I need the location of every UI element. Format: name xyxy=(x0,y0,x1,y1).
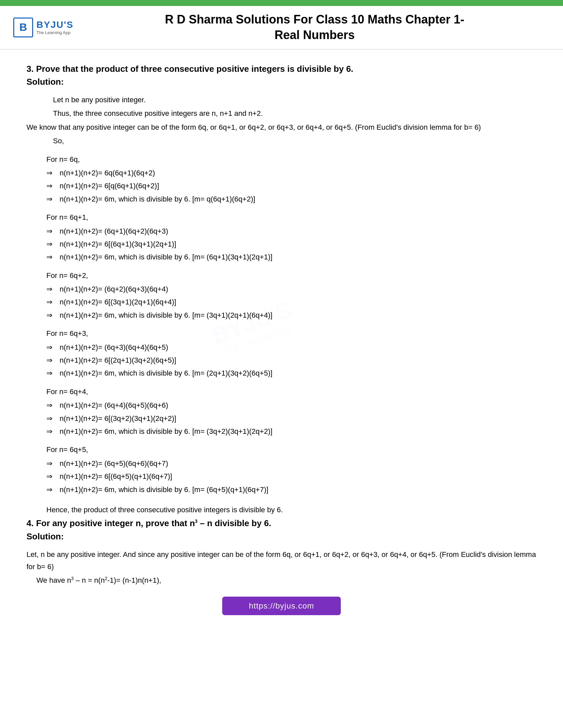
case-6q-title: For n= 6q, xyxy=(26,153,537,165)
arrow-icon: ⇒ xyxy=(46,283,60,295)
header-title: R D Sharma Solutions For Class 10 Maths … xyxy=(86,12,543,43)
arrow-icon: ⇒ xyxy=(46,180,60,192)
question-3-title: 3. Prove that the product of three conse… xyxy=(26,63,537,75)
arrow-icon: ⇒ xyxy=(46,457,60,470)
case-6q-step-2: ⇒ n(n+1)(n+2)= 6[q(6q+1)(6q+2)] xyxy=(26,180,537,192)
question-4-title: 4. For any positive integer n, prove tha… xyxy=(26,517,537,529)
case-6q-step-3: ⇒ n(n+1)(n+2)= 6m, which is divisible by… xyxy=(26,193,537,205)
logo-text-area: BYJU'S The Learning App xyxy=(36,20,73,35)
q3-conclusion: Hence, the product of three consecutive … xyxy=(26,504,537,516)
arrow-icon: ⇒ xyxy=(46,425,60,437)
step-content: n(n+1)(n+2)= 6m, which is divisible by 6… xyxy=(60,309,272,321)
q3-intro-3: We know that any positive integer can be… xyxy=(26,121,537,133)
question-4-solution-label: Solution: xyxy=(26,531,537,542)
case-6q1-step-2: ⇒ n(n+1)(n+2)= 6[(6q+1)(3q+1)(2q+1)] xyxy=(26,238,537,250)
case-6q3-step-3: ⇒ n(n+1)(n+2)= 6m, which is divisible by… xyxy=(26,367,537,379)
step-content: n(n+1)(n+2)= (6q+4)(6q+5)(6q+6) xyxy=(60,399,168,411)
case-6q3-step-2: ⇒ n(n+1)(n+2)= 6[(2q+1)(3q+2)(6q+5)] xyxy=(26,354,537,366)
case-6q4: For n= 6q+4, ⇒ n(n+1)(n+2)= (6q+4)(6q+5)… xyxy=(26,386,537,438)
arrow-icon: ⇒ xyxy=(46,309,60,321)
step-content: n(n+1)(n+2)= 6[(6q+1)(3q+1)(2q+1)] xyxy=(60,238,176,250)
case-6q2-step-1: ⇒ n(n+1)(n+2)= (6q+2)(6q+3)(6q+4) xyxy=(26,283,537,295)
page-header: B BYJU'S The Learning App R D Sharma Sol… xyxy=(0,6,563,50)
step-content: n(n+1)(n+2)= 6[q(6q+1)(6q+2)] xyxy=(60,180,159,192)
case-6q3-title: For n= 6q+3, xyxy=(26,327,537,340)
main-content: 3. Prove that the product of three conse… xyxy=(0,50,563,642)
question-3-solution-label: Solution: xyxy=(26,77,537,87)
step-content: n(n+1)(n+2)= 6m, which is divisible by 6… xyxy=(60,484,268,495)
step-content: n(n+1)(n+2)= (6q+1)(6q+2)(6q+3) xyxy=(60,225,168,237)
case-6q4-step-1: ⇒ n(n+1)(n+2)= (6q+4)(6q+5)(6q+6) xyxy=(26,399,537,411)
case-6q2-step-3: ⇒ n(n+1)(n+2)= 6m, which is divisible by… xyxy=(26,309,537,321)
case-6q5-step-3: ⇒ n(n+1)(n+2)= 6m, which is divisible by… xyxy=(26,483,537,496)
arrow-icon: ⇒ xyxy=(46,399,60,411)
brand-name: BYJU'S xyxy=(36,20,73,30)
case-6q1-title: For n= 6q+1, xyxy=(26,211,537,223)
case-6q1-step-3: ⇒ n(n+1)(n+2)= 6m, which is divisible by… xyxy=(26,251,537,263)
page-title: R D Sharma Solutions For Class 10 Maths … xyxy=(86,12,543,43)
case-6q2-title: For n= 6q+2, xyxy=(26,269,537,282)
arrow-icon: ⇒ xyxy=(46,470,60,482)
q3-intro-2: Thus, the three consecutive positive int… xyxy=(26,107,537,119)
arrow-icon: ⇒ xyxy=(46,367,60,379)
arrow-icon: ⇒ xyxy=(46,225,60,237)
arrow-icon: ⇒ xyxy=(46,483,60,496)
step-content: n(n+1)(n+2)= 6m, which is divisible by 6… xyxy=(60,426,272,437)
q3-intro-1: Let n be any positive integer. xyxy=(26,94,537,106)
step-content: n(n+1)(n+2)= 6[(2q+1)(3q+2)(6q+5)] xyxy=(60,354,176,366)
step-content: n(n+1)(n+2)= 6q(6q+1)(6q+2) xyxy=(60,167,155,179)
step-content: n(n+1)(n+2)= (6q+2)(6q+3)(6q+4) xyxy=(60,283,168,295)
question-3-solution-text: Let n be any positive integer. Thus, the… xyxy=(26,94,537,516)
q4-intro-1: Let, n be any positive integer. And sinc… xyxy=(26,548,537,573)
arrow-icon: ⇒ xyxy=(46,296,60,308)
case-6q2: For n= 6q+2, ⇒ n(n+1)(n+2)= (6q+2)(6q+3)… xyxy=(26,269,537,322)
arrow-icon: ⇒ xyxy=(46,341,60,353)
step-content: n(n+1)(n+2)= 6[(6q+5)(q+1)(6q+7)] xyxy=(60,471,172,482)
step-content: n(n+1)(n+2)= 6m, which is divisible by 6… xyxy=(60,193,255,205)
logo-box: B xyxy=(13,18,33,37)
case-6q4-title: For n= 6q+4, xyxy=(26,386,537,398)
case-6q3-step-1: ⇒ n(n+1)(n+2)= (6q+3)(6q+4)(6q+5) xyxy=(26,341,537,353)
case-6q1-step-1: ⇒ n(n+1)(n+2)= (6q+1)(6q+2)(6q+3) xyxy=(26,225,537,237)
case-6q3: For n= 6q+3, ⇒ n(n+1)(n+2)= (6q+3)(6q+4)… xyxy=(26,327,537,380)
arrow-icon: ⇒ xyxy=(46,167,60,179)
question-4-block: 4. For any positive integer n, prove tha… xyxy=(26,517,537,587)
arrow-icon: ⇒ xyxy=(46,412,60,425)
case-6q2-step-2: ⇒ n(n+1)(n+2)= 6[(3q+1)(2q+1)(6q+4)] xyxy=(26,296,537,308)
case-6q-step-1: ⇒ n(n+1)(n+2)= 6q(6q+1)(6q+2) xyxy=(26,167,537,179)
step-content: n(n+1)(n+2)= (6q+3)(6q+4)(6q+5) xyxy=(60,341,168,353)
tagline: The Learning App xyxy=(36,30,73,35)
top-green-bar xyxy=(0,0,563,6)
case-6q5: For n= 6q+5, ⇒ n(n+1)(n+2)= (6q+5)(6q+6)… xyxy=(26,443,537,496)
case-6q: For n= 6q, ⇒ n(n+1)(n+2)= 6q(6q+1)(6q+2)… xyxy=(26,153,537,205)
case-6q1: For n= 6q+1, ⇒ n(n+1)(n+2)= (6q+1)(6q+2)… xyxy=(26,211,537,263)
step-content: n(n+1)(n+2)= 6[(3q+1)(2q+1)(6q+4)] xyxy=(60,296,176,308)
arrow-icon: ⇒ xyxy=(46,193,60,205)
q3-so: So, xyxy=(26,135,537,147)
logo-letter: B xyxy=(19,21,27,33)
footer-bar: https://byjus.com xyxy=(26,597,537,615)
step-content: n(n+1)(n+2)= 6m, which is divisible by 6… xyxy=(60,251,272,263)
step-content: n(n+1)(n+2)= (6q+5)(6q+6)(6q+7) xyxy=(60,458,168,469)
case-6q5-step-1: ⇒ n(n+1)(n+2)= (6q+5)(6q+6)(6q+7) xyxy=(26,457,537,470)
step-content: n(n+1)(n+2)= 6[(3q+2)(3q+1)(2q+2)] xyxy=(60,413,176,424)
case-6q5-step-2: ⇒ n(n+1)(n+2)= 6[(6q+5)(q+1)(6q+7)] xyxy=(26,470,537,482)
step-content: n(n+1)(n+2)= 6m, which is divisible by 6… xyxy=(60,367,272,379)
logo-area: B BYJU'S The Learning App xyxy=(13,18,86,37)
footer-url: https://byjus.com xyxy=(222,597,341,615)
question-3-block: 3. Prove that the product of three conse… xyxy=(26,63,537,516)
arrow-icon: ⇒ xyxy=(46,238,60,250)
arrow-icon: ⇒ xyxy=(46,354,60,366)
case-6q4-step-3: ⇒ n(n+1)(n+2)= 6m, which is divisible by… xyxy=(26,425,537,437)
question-4-solution-text: Let, n be any positive integer. And sinc… xyxy=(26,548,537,587)
case-6q4-step-2: ⇒ n(n+1)(n+2)= 6[(3q+2)(3q+1)(2q+2)] xyxy=(26,412,537,425)
q4-intro-2: We have n3 – n = n(n2-1)= (n-1)n(n+1), xyxy=(26,574,537,586)
arrow-icon: ⇒ xyxy=(46,251,60,263)
case-6q5-title: For n= 6q+5, xyxy=(26,443,537,456)
